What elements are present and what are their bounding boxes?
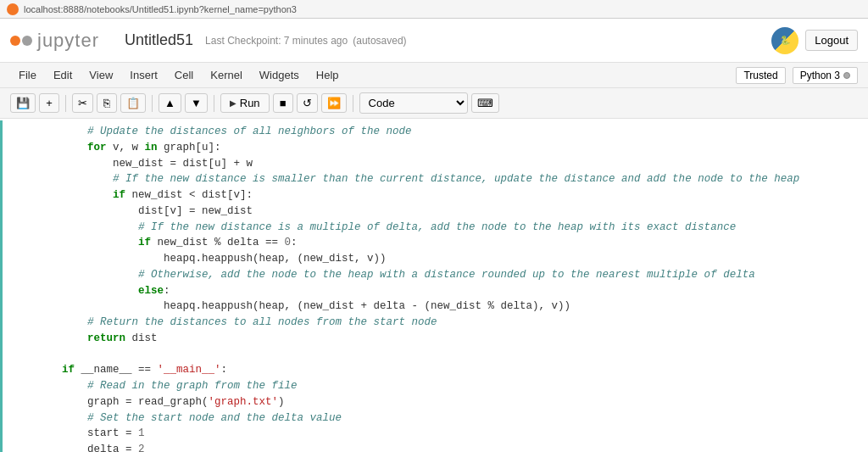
python-logo: 🐍 <box>771 27 798 54</box>
toolbar-separator-4 <box>353 95 353 112</box>
save-button[interactable]: 💾 <box>10 93 36 113</box>
cell-prompt <box>3 124 62 452</box>
circle-gray-icon <box>22 36 32 46</box>
fast-forward-button[interactable]: ⏩ <box>321 93 347 113</box>
add-cell-button[interactable]: + <box>39 93 59 113</box>
trusted-badge[interactable]: Trusted <box>736 67 785 84</box>
paste-button[interactable]: 📋 <box>120 93 146 113</box>
jupyter-wordmark: jupyter <box>37 30 99 52</box>
notebook-area: # Update the distances of all neighbors … <box>0 119 868 452</box>
toolbar-separator-3 <box>214 95 214 112</box>
cell-type-selector[interactable]: Code Markdown Raw NBConvert Heading <box>359 92 468 114</box>
move-down-button[interactable]: ▼ <box>185 93 208 113</box>
toolbar-separator <box>65 95 66 112</box>
stop-button[interactable]: ■ <box>273 93 293 113</box>
jupyter-header: jupyter Untitled51 Last Checkpoint: 7 mi… <box>0 19 868 63</box>
kernel-badge: Python 3 <box>793 67 858 84</box>
menu-view[interactable]: View <box>81 65 121 85</box>
cell-code-content[interactable]: # Update the distances of all neighbors … <box>62 124 868 452</box>
jupyter-logo: jupyter <box>10 30 111 52</box>
code-cell[interactable]: # Update the distances of all neighbors … <box>0 120 868 452</box>
browser-bar: localhost:8888/notebooks/Untitled51.ipyn… <box>0 0 868 19</box>
autosaved-label: (autosaved) <box>353 35 406 47</box>
menu-widgets[interactable]: Widgets <box>251 65 308 85</box>
checkpoint-info: Last Checkpoint: 7 minutes ago <box>205 35 348 47</box>
move-up-button[interactable]: ▲ <box>159 93 181 113</box>
toolbar: 💾 + ✂ ⎘ 📋 ▲ ▼ ▶ Run ■ ↺ ⏩ Code Markdown … <box>0 88 868 119</box>
menu-bar: File Edit View Insert Cell Kernel Widget… <box>0 63 868 88</box>
header-right: 🐍 Logout <box>771 27 858 54</box>
play-icon: ▶ <box>230 98 236 108</box>
restart-button[interactable]: ↺ <box>297 93 318 113</box>
menu-file[interactable]: File <box>10 65 45 85</box>
browser-url: localhost:8888/notebooks/Untitled51.ipyn… <box>24 4 297 14</box>
notebook-title[interactable]: Untitled51 <box>125 31 193 49</box>
cut-button[interactable]: ✂ <box>72 93 93 113</box>
kernel-label: Python 3 <box>800 70 840 81</box>
toolbar-separator-2 <box>152 95 153 112</box>
logout-button[interactable]: Logout <box>805 30 858 51</box>
cell-input-area: # Update the distances of all neighbors … <box>3 124 868 452</box>
circle-orange-icon <box>10 36 20 46</box>
run-label: Run <box>240 97 260 109</box>
kernel-status-dot <box>843 72 850 79</box>
menu-edit[interactable]: Edit <box>45 65 81 85</box>
menu-kernel[interactable]: Kernel <box>202 65 251 85</box>
keyboard-shortcut-button[interactable]: ⌨ <box>471 93 499 113</box>
copy-button[interactable]: ⎘ <box>97 93 117 113</box>
menu-help[interactable]: Help <box>308 65 348 85</box>
favicon-icon <box>7 3 19 15</box>
menu-insert[interactable]: Insert <box>121 65 166 85</box>
jupyter-icon-circles <box>10 36 32 46</box>
menu-cell[interactable]: Cell <box>166 65 202 85</box>
run-button[interactable]: ▶ Run <box>220 93 270 113</box>
